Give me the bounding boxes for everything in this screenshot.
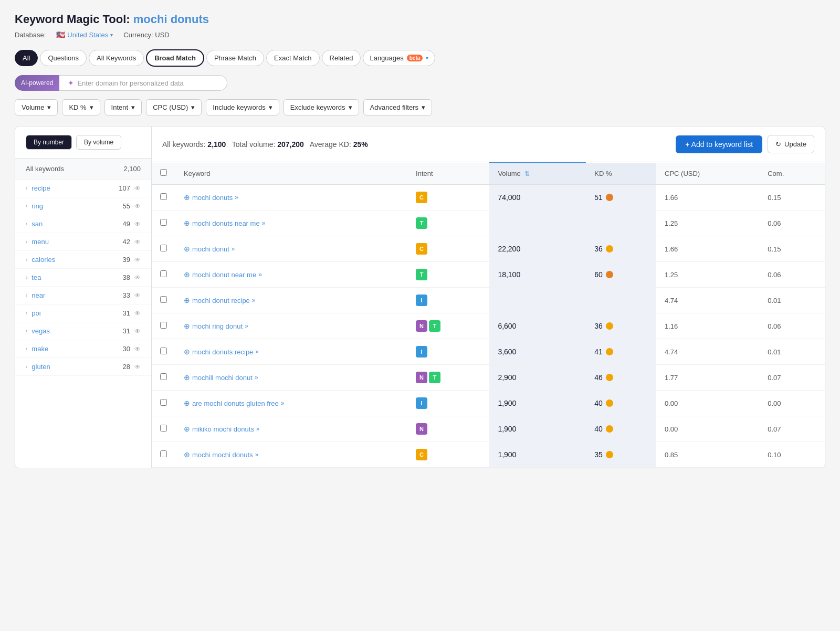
keyword-link[interactable]: ⊕ mochi ring donut »	[184, 322, 399, 330]
keyword-link[interactable]: ⊕ mochi donut near me »	[184, 270, 399, 279]
sidebar-item[interactable]: › ring 55 👁	[15, 197, 151, 215]
eye-icon[interactable]: 👁	[134, 345, 141, 353]
sidebar-item[interactable]: › gluten 28 👁	[15, 358, 151, 376]
tab-questions[interactable]: Questions	[40, 50, 87, 66]
eye-icon[interactable]: 👁	[134, 203, 141, 210]
keyword-link[interactable]: ⊕ mochi mochi donuts »	[184, 450, 399, 459]
row-checkbox[interactable]	[160, 373, 167, 380]
add-icon: ⊕	[184, 399, 190, 407]
tab-related[interactable]: Related	[322, 50, 361, 66]
row-checkbox[interactable]	[160, 450, 167, 457]
filter-intent[interactable]: Intent ▾	[104, 99, 142, 115]
filter-kd[interactable]: KD % ▾	[62, 99, 100, 115]
keyword-text: mochi donuts recipe	[192, 348, 253, 356]
table-body: ⊕ mochi donuts » C 74,000 51 1.66 0.15	[152, 184, 825, 468]
keyword-link[interactable]: ⊕ mikiko mochi donuts »	[184, 425, 399, 433]
keyword-link[interactable]: ⊕ mochi donut recipe »	[184, 296, 399, 304]
sidebar-item-count: 42	[123, 238, 130, 246]
filter-cpc[interactable]: CPC (USD) ▾	[146, 99, 202, 115]
eye-icon[interactable]: 👁	[134, 328, 141, 335]
select-all-checkbox[interactable]	[160, 169, 167, 176]
com-cell: 0.01	[759, 288, 825, 313]
tab-broad-match[interactable]: Broad Match	[146, 49, 204, 67]
tab-all[interactable]: All	[15, 50, 38, 66]
keyword-link[interactable]: ⊕ mochi donuts recipe »	[184, 348, 399, 356]
chevron-right-icon: ›	[26, 364, 27, 370]
eye-icon[interactable]: 👁	[134, 220, 141, 228]
keyword-link[interactable]: ⊕ mochi donut »	[184, 245, 399, 253]
sidebar-item-label: tea	[32, 274, 41, 281]
tab-languages[interactable]: Languages beta ▾	[363, 50, 435, 66]
kd-cell: 41	[586, 339, 656, 365]
cpc-value: 1.25	[665, 219, 678, 227]
row-checkbox[interactable]	[160, 348, 167, 354]
eye-icon[interactable]: 👁	[134, 238, 141, 246]
keyword-link[interactable]: ⊕ are mochi donuts gluten free »	[184, 399, 399, 407]
domain-input[interactable]: ✦ Enter domain for personalized data	[59, 75, 227, 91]
volume-value: 1,900	[498, 425, 516, 433]
sidebar-item[interactable]: › make 30 👁	[15, 340, 151, 358]
volume-value: 3,600	[498, 348, 516, 356]
sidebar-item[interactable]: › tea 38 👁	[15, 269, 151, 287]
keyword-link[interactable]: ⊕ mochill mochi donut »	[184, 373, 399, 382]
flag-icon: 🇺🇸	[56, 30, 65, 39]
kd-cell: 40	[586, 416, 656, 442]
sidebar-item[interactable]: › recipe 107 👁	[15, 180, 151, 197]
cpc-cell: 0.85	[656, 442, 759, 468]
keyword-link[interactable]: ⊕ mochi donuts near me »	[184, 219, 399, 227]
row-checkbox-cell	[152, 262, 175, 288]
sidebar-item[interactable]: › calories 39 👁	[15, 251, 151, 269]
sort-by-volume-btn[interactable]: By volume	[76, 135, 121, 150]
sidebar-item-label: vegas	[32, 327, 50, 335]
eye-icon[interactable]: 👁	[134, 310, 141, 317]
include-chevron-icon: ▾	[269, 103, 272, 111]
chevron-right-icon: ›	[26, 275, 27, 280]
sort-by-number-btn[interactable]: By number	[26, 135, 72, 150]
database-link[interactable]: 🇺🇸 United States ▾	[56, 30, 113, 39]
row-checkbox[interactable]	[160, 245, 167, 251]
filter-volume[interactable]: Volume ▾	[15, 99, 58, 115]
intent-badge: T	[416, 269, 427, 280]
com-cell: 0.15	[759, 236, 825, 262]
eye-icon[interactable]: 👁	[134, 256, 141, 264]
filter-exclude-keywords[interactable]: Exclude keywords ▾	[284, 99, 359, 115]
eye-icon[interactable]: 👁	[134, 274, 141, 281]
com-cell: 0.06	[759, 211, 825, 236]
sidebar-item[interactable]: › menu 42 👁	[15, 233, 151, 251]
add-to-keyword-list-button[interactable]: + Add to keyword list	[676, 135, 762, 153]
table-row: ⊕ are mochi donuts gluten free » I 1,900…	[152, 391, 825, 416]
chevron-right-icon: ›	[26, 203, 27, 209]
th-volume[interactable]: Volume ⇅	[489, 163, 586, 184]
stats-text: All keywords: 2,100 Total volume: 207,20…	[162, 140, 368, 149]
row-checkbox[interactable]	[160, 193, 167, 200]
kd-dot-icon	[606, 194, 613, 201]
add-icon: ⊕	[184, 193, 190, 202]
tab-phrase-match[interactable]: Phrase Match	[206, 50, 264, 66]
tab-all-keywords[interactable]: All Keywords	[89, 50, 144, 66]
update-button[interactable]: ↻ Update	[768, 135, 814, 153]
row-checkbox[interactable]	[160, 219, 167, 226]
domain-placeholder: Enter domain for personalized data	[77, 79, 183, 87]
eye-icon[interactable]: 👁	[134, 185, 141, 192]
filter-include-keywords[interactable]: Include keywords ▾	[206, 99, 279, 115]
sidebar-item[interactable]: › poi 31 👁	[15, 304, 151, 322]
row-checkbox[interactable]	[160, 322, 167, 329]
row-checkbox[interactable]	[160, 399, 167, 406]
chevron-right-icon: ›	[26, 310, 27, 316]
intent-cell: C	[407, 184, 489, 211]
row-checkbox-cell	[152, 391, 175, 416]
row-checkbox-cell	[152, 184, 175, 211]
row-checkbox[interactable]	[160, 296, 167, 303]
sidebar-item[interactable]: › near 33 👁	[15, 287, 151, 304]
eye-icon[interactable]: 👁	[134, 292, 141, 299]
sidebar-item[interactable]: › san 49 👁	[15, 215, 151, 233]
eye-icon[interactable]: 👁	[134, 363, 141, 371]
keyword-link[interactable]: ⊕ mochi donuts »	[184, 193, 399, 202]
arrow-icon: »	[232, 245, 235, 253]
cpc-value: 0.00	[665, 399, 678, 407]
filter-advanced[interactable]: Advanced filters ▾	[363, 99, 433, 115]
tab-exact-match[interactable]: Exact Match	[266, 50, 320, 66]
row-checkbox[interactable]	[160, 270, 167, 277]
row-checkbox[interactable]	[160, 425, 167, 432]
sidebar-item[interactable]: › vegas 31 👁	[15, 322, 151, 340]
